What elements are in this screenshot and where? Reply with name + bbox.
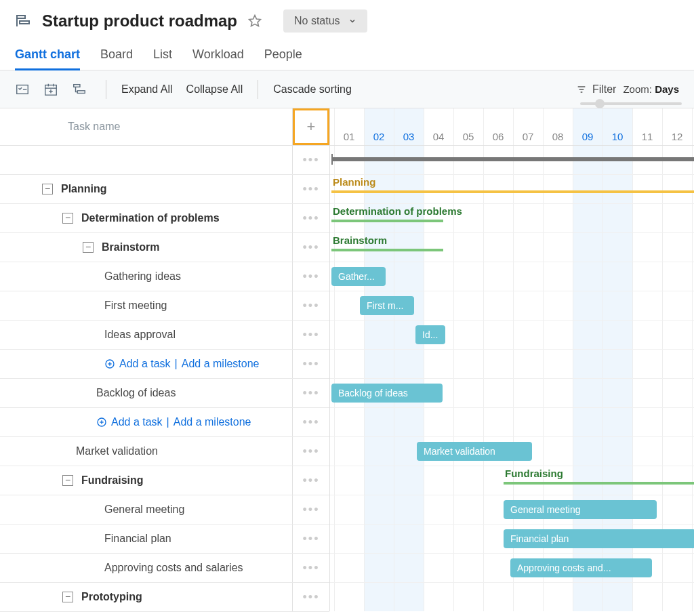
- row-actions[interactable]: •••: [292, 291, 329, 320]
- add-column-button[interactable]: +: [293, 108, 329, 145]
- add-milestone-link[interactable]: Add a milestone: [174, 416, 251, 428]
- collapse-toggle[interactable]: −: [62, 475, 73, 486]
- select-icon[interactable]: [15, 82, 30, 97]
- group-bar[interactable]: [504, 482, 694, 485]
- row-actions[interactable]: •••: [292, 554, 329, 582]
- timeline-day[interactable]: 11: [632, 131, 662, 142]
- timeline-row[interactable]: Brainstorm: [330, 233, 694, 262]
- timeline-row[interactable]: [330, 350, 694, 379]
- row-actions[interactable]: •••: [292, 408, 329, 436]
- task-bar[interactable]: Financial plan: [504, 529, 694, 548]
- tab-gantt-chart[interactable]: Gantt chart: [15, 43, 80, 70]
- tab-board[interactable]: Board: [100, 43, 133, 70]
- row-actions[interactable]: •••: [292, 495, 329, 524]
- timeline-day[interactable]: 07: [513, 131, 543, 142]
- row-actions[interactable]: •••: [292, 437, 329, 466]
- task-row[interactable]: Gathering ideas•••: [0, 262, 329, 291]
- row-actions[interactable]: •••: [292, 525, 329, 553]
- task-bar[interactable]: Approving costs and...: [510, 558, 652, 577]
- status-dropdown[interactable]: No status: [283, 9, 367, 33]
- task-bar[interactable]: First m...: [360, 296, 414, 315]
- timeline-row[interactable]: Market validation: [330, 437, 694, 466]
- task-row[interactable]: Backlog of ideas•••: [0, 379, 329, 408]
- group-bar[interactable]: [331, 220, 443, 222]
- timeline-row[interactable]: Determination of problems: [330, 204, 694, 233]
- task-row[interactable]: Market validation•••: [0, 437, 329, 466]
- calendar-icon[interactable]: [43, 82, 58, 97]
- task-name-column-header[interactable]: Task name: [0, 108, 292, 145]
- row-actions[interactable]: •••: [292, 321, 329, 349]
- timeline-row[interactable]: Planning: [330, 175, 694, 204]
- timeline-row[interactable]: [330, 146, 694, 175]
- zoom-slider[interactable]: [580, 102, 682, 105]
- timeline-row[interactable]: Backlog of ideas: [330, 379, 694, 408]
- timeline-day[interactable]: 10: [603, 131, 632, 142]
- zoom-slider-knob[interactable]: [595, 99, 605, 108]
- task-bar[interactable]: Id...: [415, 325, 445, 344]
- task-row[interactable]: Financial plan•••: [0, 525, 329, 554]
- timeline-row[interactable]: Gather...: [330, 262, 694, 291]
- timeline-day[interactable]: 05: [453, 131, 483, 142]
- timeline-row[interactable]: Fundraising: [330, 466, 694, 495]
- row-actions[interactable]: •••: [292, 175, 329, 203]
- tab-list[interactable]: List: [153, 43, 172, 70]
- collapse-all-button[interactable]: Collapse All: [182, 83, 247, 96]
- timeline-day[interactable]: 04: [424, 131, 453, 142]
- timeline-row[interactable]: [330, 583, 694, 611]
- task-row[interactable]: −Determination of problems•••: [0, 204, 329, 233]
- timeline-row[interactable]: First m...: [330, 291, 694, 321]
- task-bar[interactable]: Market validation: [417, 442, 532, 461]
- add-task-link[interactable]: Add a task: [104, 358, 171, 370]
- task-row[interactable]: General meeting•••: [0, 495, 329, 525]
- timeline-day[interactable]: 03: [394, 131, 424, 142]
- task-row[interactable]: −Brainstorm•••: [0, 233, 329, 262]
- timeline-row[interactable]: General meeting: [330, 495, 694, 525]
- task-bar[interactable]: General meeting: [504, 500, 657, 519]
- timeline-row[interactable]: [330, 408, 694, 437]
- tab-workload[interactable]: Workload: [192, 43, 244, 70]
- star-icon[interactable]: [248, 14, 262, 28]
- timeline-day[interactable]: 06: [483, 131, 513, 142]
- add-task-row[interactable]: Add a task|Add a milestone•••: [0, 350, 329, 379]
- timeline-row[interactable]: Id...: [330, 321, 694, 350]
- group-bar[interactable]: [331, 249, 443, 251]
- add-milestone-link[interactable]: Add a milestone: [182, 358, 260, 370]
- timeline-day[interactable]: 09: [573, 131, 603, 142]
- row-actions[interactable]: •••: [292, 350, 329, 378]
- collapse-toggle[interactable]: −: [83, 242, 94, 253]
- timeline-day[interactable]: 02: [364, 131, 394, 142]
- row-actions[interactable]: •••: [292, 379, 329, 407]
- add-task-link[interactable]: Add a task: [96, 416, 163, 428]
- task-bar[interactable]: Backlog of ideas: [331, 384, 443, 403]
- task-row[interactable]: Approving costs and salaries•••: [0, 554, 329, 583]
- task-row[interactable]: −Prototyping•••: [0, 583, 329, 612]
- timeline-day[interactable]: 12: [662, 131, 692, 142]
- root-summary-bar[interactable]: [331, 157, 694, 161]
- expand-all-button[interactable]: Expand All: [117, 83, 177, 96]
- timeline-day[interactable]: 01: [334, 131, 364, 142]
- filter-button[interactable]: Filter: [576, 83, 617, 96]
- collapse-toggle[interactable]: −: [62, 592, 73, 602]
- task-row[interactable]: Ideas approval•••: [0, 321, 329, 350]
- collapse-toggle[interactable]: −: [62, 213, 73, 224]
- row-actions[interactable]: •••: [292, 146, 329, 174]
- hierarchy-icon[interactable]: [72, 82, 87, 97]
- timeline-row[interactable]: Approving costs and...: [330, 554, 694, 583]
- collapse-toggle[interactable]: −: [42, 184, 53, 194]
- task-row[interactable]: First meeting•••: [0, 291, 329, 321]
- root-row[interactable]: •••: [0, 146, 329, 175]
- tab-people[interactable]: People: [264, 43, 302, 70]
- row-actions[interactable]: •••: [292, 204, 329, 232]
- row-actions[interactable]: •••: [292, 262, 329, 291]
- task-row[interactable]: −Planning•••: [0, 175, 329, 204]
- task-row[interactable]: −Fundraising•••: [0, 466, 329, 495]
- row-actions[interactable]: •••: [292, 466, 329, 495]
- task-bar[interactable]: Gather...: [331, 267, 386, 286]
- timeline-row[interactable]: Financial plan: [330, 525, 694, 554]
- group-bar[interactable]: [331, 190, 694, 193]
- add-task-row[interactable]: Add a task|Add a milestone•••: [0, 408, 329, 437]
- cascade-sorting-button[interactable]: Cascade sorting: [269, 83, 356, 96]
- timeline-day[interactable]: 08: [543, 131, 573, 142]
- row-actions[interactable]: •••: [292, 583, 329, 611]
- row-actions[interactable]: •••: [292, 233, 329, 262]
